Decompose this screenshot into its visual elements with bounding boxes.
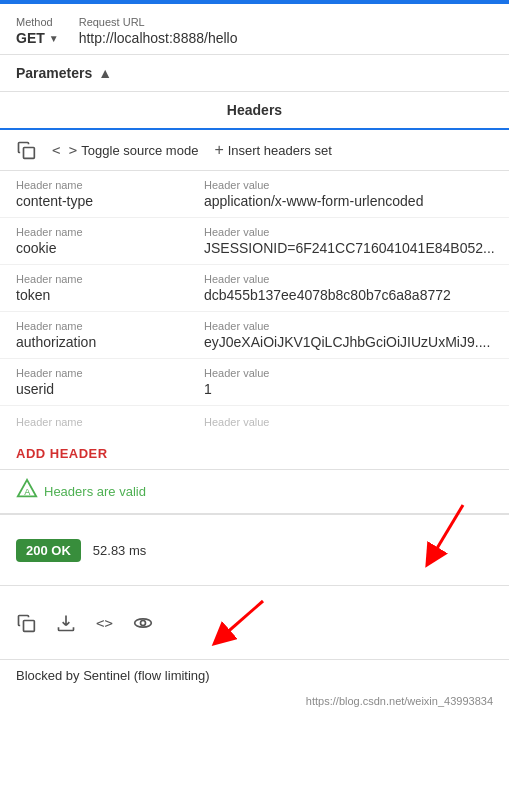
watermark: https://blog.csdn.net/weixin_43993834 bbox=[0, 691, 509, 711]
preview-button[interactable] bbox=[133, 613, 153, 633]
header-name-value-1: cookie bbox=[16, 240, 196, 256]
headers-valid-icon: A bbox=[16, 478, 38, 500]
header-value-label-0: Header value bbox=[204, 179, 493, 191]
parameters-label: Parameters bbox=[16, 65, 92, 81]
svg-line-7 bbox=[223, 601, 263, 636]
insert-headers-button[interactable]: + Insert headers set bbox=[210, 139, 335, 161]
source-code-icon: <> bbox=[96, 615, 113, 631]
header-value-value-1: JSESSIONID=6F241CC716041041E84B052... bbox=[204, 240, 495, 256]
blocked-text: Blocked by Sentinel (flow limiting) bbox=[0, 660, 509, 691]
toggle-source-button[interactable]: < > Toggle source mode bbox=[48, 140, 202, 160]
header-name-value-4: userid bbox=[16, 381, 196, 397]
table-row: Header name authorization Header value e… bbox=[0, 312, 509, 359]
eye-icon bbox=[133, 613, 153, 633]
header-value-label-4: Header value bbox=[204, 367, 493, 379]
download-icon bbox=[56, 613, 76, 633]
copy-response-icon bbox=[16, 613, 36, 633]
insert-headers-label: Insert headers set bbox=[228, 143, 332, 158]
add-header-button[interactable]: ADD HEADER bbox=[0, 438, 509, 469]
svg-line-2 bbox=[433, 505, 463, 555]
url-label: Request URL bbox=[79, 16, 238, 28]
add-header-label: ADD HEADER bbox=[16, 446, 108, 461]
method-section: Method GET ▼ bbox=[16, 16, 59, 46]
header-value-value-3: eyJ0eXAiOiJKV1QiLCJhbGciOiJIUzUxMiJ9.... bbox=[204, 334, 493, 350]
header-value-value-0: application/x-www-form-urlencoded bbox=[204, 193, 493, 209]
duration-text: 52.83 ms bbox=[93, 543, 146, 558]
method-label: Method bbox=[16, 16, 59, 28]
svg-rect-4 bbox=[24, 620, 35, 631]
status-badge: 200 OK bbox=[16, 539, 81, 562]
source-toggle-button[interactable]: <> bbox=[96, 615, 113, 631]
header-name-label-1: Header name bbox=[16, 226, 196, 238]
valid-text: Headers are valid bbox=[44, 484, 146, 499]
arrow-container bbox=[373, 525, 493, 575]
plus-icon: + bbox=[214, 141, 223, 159]
headers-title: Headers bbox=[0, 92, 509, 130]
method-chevron-icon: ▼ bbox=[49, 33, 59, 44]
header-value-label-1: Header value bbox=[204, 226, 495, 238]
url-value[interactable]: http://localhost:8888/hello bbox=[79, 30, 238, 46]
header-name-label-0: Header name bbox=[16, 179, 196, 191]
header-name-value-0: content-type bbox=[16, 193, 196, 209]
header-name-value-3: authorization bbox=[16, 334, 196, 350]
header-value-label-2: Header value bbox=[204, 273, 493, 285]
table-row: Header name content-type Header value ap… bbox=[0, 171, 509, 218]
header-value-value-4: 1 bbox=[204, 381, 493, 397]
method-select[interactable]: GET ▼ bbox=[16, 30, 59, 46]
svg-text:A: A bbox=[24, 487, 31, 497]
parameters-row[interactable]: Parameters ▲ bbox=[0, 55, 509, 92]
url-section: Request URL http://localhost:8888/hello bbox=[79, 16, 238, 46]
status-row: 200 OK 52.83 ms bbox=[0, 514, 509, 586]
headers-section: Headers < > Toggle source mode + Insert … bbox=[0, 92, 509, 514]
header-name-label-3: Header name bbox=[16, 320, 196, 332]
svg-rect-0 bbox=[24, 148, 35, 159]
header-name-value-2: token bbox=[16, 287, 196, 303]
toggle-source-label: Toggle source mode bbox=[81, 143, 198, 158]
copy-icon bbox=[16, 140, 36, 160]
table-row: Header name token Header value dcb455b13… bbox=[0, 265, 509, 312]
red-arrow-icon bbox=[383, 495, 503, 575]
header-name-label-2: Header name bbox=[16, 273, 196, 285]
svg-point-6 bbox=[140, 620, 145, 625]
table-row: Header name userid Header value 1 bbox=[0, 359, 509, 406]
empty-name-label: Header name bbox=[16, 416, 196, 428]
empty-value-label: Header value bbox=[204, 416, 493, 428]
empty-header-row: Header name Header value bbox=[0, 406, 509, 438]
method-value: GET bbox=[16, 30, 45, 46]
table-row: Header name cookie Header value JSESSION… bbox=[0, 218, 509, 265]
chevron-up-icon: ▲ bbox=[98, 65, 112, 81]
bottom-icon-toolbar: <> bbox=[0, 586, 509, 660]
header-name-label-4: Header name bbox=[16, 367, 196, 379]
headers-toolbar: < > Toggle source mode + Insert headers … bbox=[0, 130, 509, 171]
bottom-red-arrow-icon bbox=[193, 596, 273, 646]
copy-button[interactable] bbox=[12, 138, 40, 162]
header-rows-container: Header name content-type Header value ap… bbox=[0, 171, 509, 406]
download-button[interactable] bbox=[56, 613, 76, 633]
copy-response-button[interactable] bbox=[16, 613, 36, 633]
method-url-section: Method GET ▼ Request URL http://localhos… bbox=[0, 4, 509, 55]
header-value-value-2: dcb455b137ee4078b8c80b7c6a8a8772 bbox=[204, 287, 493, 303]
code-icon: < > bbox=[52, 142, 77, 158]
bottom-arrow-container bbox=[193, 596, 273, 649]
valid-icon: A bbox=[16, 478, 38, 505]
header-value-label-3: Header value bbox=[204, 320, 493, 332]
